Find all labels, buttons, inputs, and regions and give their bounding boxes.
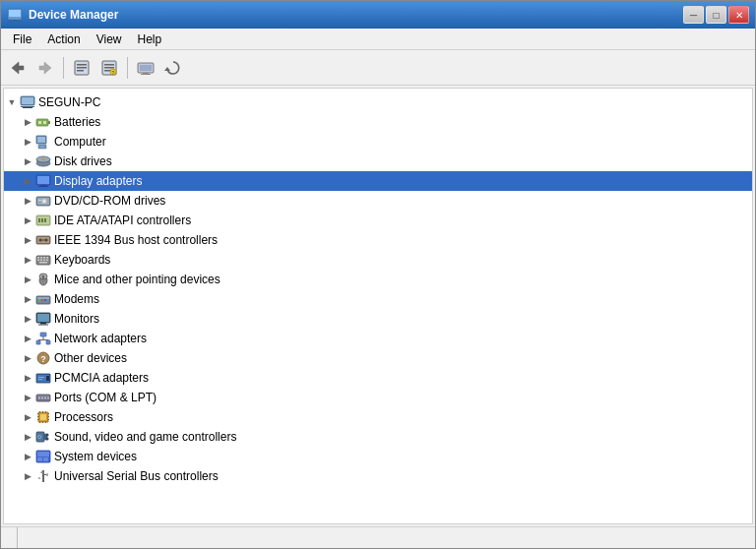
toggle[interactable]: ▶ (20, 350, 35, 366)
svg-rect-39 (37, 176, 49, 184)
tree-item-keyboards[interactable]: ▶ Keyboards (4, 250, 752, 270)
toggle[interactable]: ▶ (20, 173, 35, 189)
svg-rect-75 (37, 297, 49, 299)
ide-label: IDE ATA/ATAPI controllers (54, 214, 191, 227)
disk-label: Disk drives (54, 154, 112, 168)
toggle[interactable]: ▶ (20, 291, 35, 307)
tree-item-pcmcia[interactable]: ▶ PCMCIA adapters (4, 368, 752, 388)
svg-rect-92 (38, 377, 44, 378)
svg-rect-106 (42, 422, 43, 424)
refresh-button[interactable] (160, 55, 186, 81)
tree-item-ieee[interactable]: ▶ IEEE 1394 Bus host controllers (4, 230, 752, 250)
tree-item-mice[interactable]: ▶ Mice and other pointing devices (4, 270, 752, 289)
minimize-button[interactable]: ─ (683, 6, 704, 24)
svg-marker-20 (164, 67, 170, 71)
properties-button-2[interactable]: ? (96, 55, 122, 81)
svg-rect-85 (43, 339, 48, 340)
root-label: SEGUN-PC (38, 95, 100, 109)
content-area: ▼ SEGUN-PC ▶ (3, 88, 753, 524)
toggle[interactable]: ▶ (20, 153, 35, 169)
title-bar-buttons: ─ □ ✕ (683, 6, 749, 24)
tree-item-display[interactable]: ▶ Display adapters (4, 171, 752, 191)
svg-rect-9 (77, 70, 84, 72)
tree-item-ide[interactable]: ▶ IDE ATA/ATAPI controllers (4, 211, 752, 230)
svg-rect-41 (38, 186, 48, 187)
toggle[interactable]: ▶ (20, 390, 35, 405)
root-toggle[interactable]: ▼ (4, 94, 20, 110)
menu-action[interactable]: Action (39, 30, 88, 48)
pcmcia-label: PCMCIA adapters (54, 371, 149, 385)
tree-item-usb[interactable]: ▶ Universal Serial Bus controllers (4, 466, 752, 486)
toggle[interactable]: ▶ (20, 311, 35, 327)
forward-button[interactable] (32, 55, 58, 81)
svg-rect-3 (13, 20, 17, 22)
properties-button-1[interactable] (69, 55, 94, 81)
menu-view[interactable]: View (89, 30, 130, 48)
svg-rect-91 (46, 376, 49, 381)
pcmcia-icon (35, 370, 51, 386)
svg-rect-65 (46, 260, 48, 262)
svg-rect-59 (40, 257, 42, 259)
menu-help[interactable]: Help (130, 30, 170, 48)
toggle[interactable]: ▶ (20, 468, 35, 484)
tree-item-dvd[interactable]: ▶ DVD/CD-ROM drives (4, 191, 752, 211)
toggle[interactable]: ▶ (20, 213, 35, 228)
svg-rect-64 (43, 260, 45, 262)
svg-rect-63 (40, 260, 42, 262)
tree-item-other[interactable]: ▶ ? Other devices (4, 348, 752, 368)
toolbar-separator-2 (127, 57, 128, 79)
tree-item-monitors[interactable]: ▶ Monitors (4, 309, 752, 329)
svg-rect-29 (43, 121, 46, 124)
restore-button[interactable]: □ (706, 6, 726, 24)
svg-rect-22 (22, 97, 33, 104)
tree-item-sound[interactable]: ▶ Sound, video and game controllers (4, 427, 752, 447)
svg-marker-5 (39, 62, 51, 74)
toggle[interactable]: ▶ (20, 232, 35, 248)
svg-rect-61 (46, 257, 48, 259)
toggle[interactable]: ▶ (20, 449, 35, 464)
svg-point-74 (44, 299, 46, 301)
svg-text:?: ? (40, 354, 46, 364)
svg-rect-86 (48, 339, 49, 340)
svg-point-95 (38, 397, 40, 399)
toggle[interactable]: ▶ (20, 409, 35, 425)
toggle[interactable]: ▶ (20, 331, 35, 346)
svg-point-116 (46, 434, 49, 437)
tree-item-disk[interactable]: ▶ Disk drives (4, 152, 752, 171)
svg-rect-101 (40, 414, 46, 420)
svg-rect-27 (48, 121, 50, 124)
close-button[interactable]: ✕ (728, 6, 749, 24)
tree-item-processors[interactable]: ▶ (4, 407, 752, 427)
toggle[interactable]: ▶ (20, 272, 35, 287)
tree-item-computer[interactable]: ▶ Computer (4, 132, 752, 152)
device-tree[interactable]: ▼ SEGUN-PC ▶ (4, 89, 752, 523)
tree-item-system[interactable]: ▶ System devices (4, 447, 752, 466)
tree-item-batteries[interactable]: ▶ Batteries (4, 112, 752, 132)
toggle[interactable]: ▶ (20, 370, 35, 386)
tree-item-modems[interactable]: ▶ Modems (4, 289, 752, 309)
tree-item-network[interactable]: ▶ Network adapters (4, 329, 752, 348)
svg-rect-50 (41, 218, 43, 222)
modem-icon (35, 291, 51, 307)
toggle[interactable]: ▶ (20, 114, 35, 130)
svg-rect-7 (77, 64, 87, 66)
sound-icon (35, 429, 51, 445)
toggle[interactable]: ▶ (20, 252, 35, 268)
tree-item-ports[interactable]: ▶ Ports (COM & LPT) (4, 388, 752, 407)
device-manager-window: Device Manager ─ □ ✕ File Action View He… (0, 0, 756, 549)
menu-file[interactable]: File (5, 30, 39, 48)
svg-rect-70 (41, 274, 42, 277)
back-button[interactable] (5, 55, 31, 81)
sound-label: Sound, video and game controllers (54, 430, 236, 444)
toggle[interactable]: ▶ (20, 429, 35, 445)
scan-hardware-button[interactable] (133, 55, 158, 81)
svg-rect-56 (40, 240, 46, 241)
svg-rect-49 (38, 218, 40, 222)
computer-icon (20, 94, 35, 110)
tree-root[interactable]: ▼ SEGUN-PC (4, 92, 752, 112)
ports-icon (35, 390, 51, 405)
svg-point-98 (47, 397, 49, 399)
svg-rect-83 (43, 336, 44, 339)
toggle[interactable]: ▶ (20, 134, 35, 150)
toggle[interactable]: ▶ (20, 193, 35, 209)
